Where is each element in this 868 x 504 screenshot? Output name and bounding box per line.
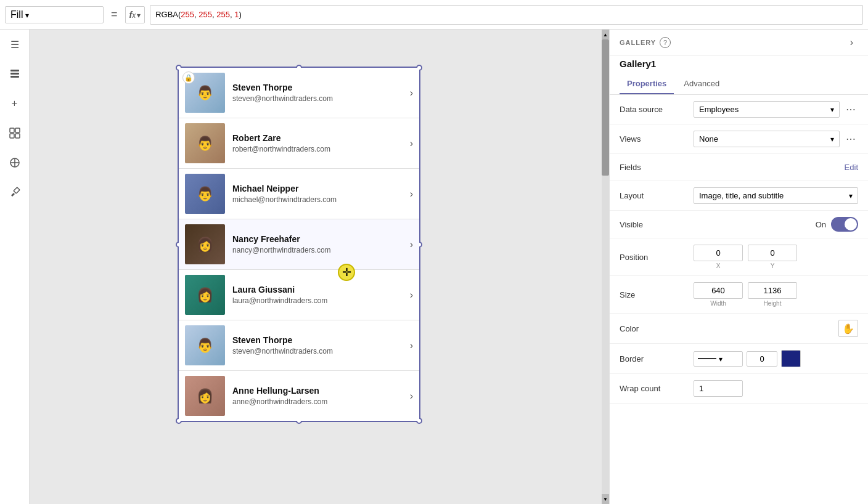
panel-forward-button[interactable]: ›	[850, 37, 853, 48]
item-email: anne@northwindtraders.com	[232, 397, 405, 406]
fields-edit-link[interactable]: Edit	[845, 163, 858, 172]
gallery-list: 🔒 👨 Steven Thorpe steven@northwindtrader…	[179, 68, 419, 421]
item-email: steven@northwindtraders.com	[232, 94, 405, 103]
sidebar-menu-icon[interactable]: ☰	[5, 35, 25, 54]
item-arrow-icon	[410, 87, 413, 99]
list-item[interactable]: 👩 Laura Giussani laura@northwindtraders.…	[179, 270, 419, 320]
sidebar-add-icon[interactable]: +	[5, 94, 25, 113]
fill-dropdown[interactable]: Fill	[5, 6, 104, 23]
item-name: Nancy Freehafer	[232, 234, 405, 244]
position-label: Position	[620, 253, 694, 262]
fill-label: Fill	[10, 9, 23, 20]
fields-row: Fields Edit	[610, 154, 868, 181]
panel-header: GALLERY ? ›	[610, 30, 868, 56]
svg-rect-0	[10, 70, 19, 71]
visible-toggle[interactable]	[831, 217, 858, 232]
border-width-input[interactable]	[747, 351, 777, 367]
border-line-icon	[698, 358, 716, 359]
visible-label: Visible	[620, 220, 694, 229]
scroll-track[interactable]	[602, 39, 609, 494]
scroll-up-button[interactable]: ▲	[602, 30, 609, 39]
canvas-area[interactable]: ✛ 🔒 👨 Steven Thorpe steve	[30, 30, 609, 504]
scroll-thumb[interactable]	[602, 39, 609, 176]
svg-rect-3	[10, 128, 14, 132]
fx-chevron-icon	[137, 9, 141, 20]
help-icon[interactable]: ?	[660, 37, 671, 48]
views-row: Views None ⋯	[610, 124, 868, 154]
item-name: Anne Hellung-Larsen	[232, 386, 405, 396]
wrap-count-input[interactable]	[694, 380, 743, 397]
position-y-input[interactable]	[748, 245, 797, 261]
item-name: Steven Thorpe	[232, 335, 405, 345]
views-more-button[interactable]: ⋯	[843, 132, 858, 146]
layout-chevron-icon	[849, 191, 853, 200]
list-item[interactable]: 👩 Nancy Freehafer nancy@northwindtraders…	[179, 219, 419, 270]
gallery-name-label: Gallery1	[610, 56, 868, 74]
visible-toggle-label: On	[816, 220, 826, 229]
data-source-dropdown[interactable]: Employees	[694, 101, 840, 118]
position-x-input[interactable]	[694, 245, 743, 261]
size-width-input[interactable]	[694, 282, 743, 299]
item-email: laura@northwindtraders.com	[232, 296, 405, 305]
layout-dropdown[interactable]: Image, title, and subtitle	[694, 187, 858, 204]
visible-value: On	[694, 217, 858, 232]
views-value: None ⋯	[694, 131, 858, 147]
tab-properties[interactable]: Properties	[620, 74, 674, 94]
item-arrow-icon	[410, 239, 413, 250]
fill-chevron-icon	[25, 9, 29, 20]
toggle-thumb	[845, 218, 857, 230]
panel-tabs: Properties Advanced	[610, 74, 868, 95]
sidebar-layers-icon[interactable]	[5, 64, 25, 84]
size-height-input[interactable]	[748, 282, 797, 299]
list-item[interactable]: 👨 Robert Zare robert@northwindtraders.co…	[179, 118, 419, 169]
item-name: Robert Zare	[232, 133, 405, 143]
formula-bar[interactable]: RGBA(255, 255, 255, 1)	[150, 5, 863, 25]
views-dropdown[interactable]: None	[694, 131, 840, 147]
item-arrow-icon	[410, 290, 413, 301]
sidebar-components-icon[interactable]	[5, 153, 25, 173]
wrap-count-value	[694, 380, 858, 397]
formula-g: 255	[199, 10, 212, 19]
list-item[interactable]: 👨 Steven Thorpe steven@northwindtraders.…	[179, 320, 419, 371]
data-source-more-button[interactable]: ⋯	[843, 102, 858, 116]
tab-advanced[interactable]: Advanced	[676, 74, 727, 94]
color-picker-icon: ✋	[842, 323, 854, 335]
color-swatch[interactable]: ✋	[838, 320, 858, 337]
layout-selected: Image, title, and subtitle	[699, 191, 849, 200]
item-arrow-icon	[410, 138, 413, 149]
item-name: Laura Giussani	[232, 285, 405, 295]
border-color-swatch[interactable]	[781, 350, 801, 367]
svg-rect-4	[15, 128, 20, 132]
sidebar-data-icon[interactable]	[5, 123, 25, 143]
wrap-count-row: Wrap count	[610, 374, 868, 404]
color-label: Color	[620, 324, 694, 333]
data-source-chevron-icon	[830, 105, 834, 114]
avatar: 👨	[185, 325, 225, 365]
panel-section-label: GALLERY	[620, 39, 656, 46]
color-row: Color ✋	[610, 314, 868, 344]
item-email: nancy@northwindtraders.com	[232, 246, 405, 254]
fields-label: Fields	[620, 163, 694, 172]
size-row: Size Width Height	[610, 276, 868, 314]
layout-row: Layout Image, title, and subtitle	[610, 181, 868, 211]
scroll-down-button[interactable]: ▼	[602, 494, 609, 504]
list-item[interactable]: 🔒 👨 Steven Thorpe steven@northwindtrader…	[179, 68, 419, 118]
layout-label: Layout	[620, 191, 694, 200]
canvas-scrollbar[interactable]: ▲ ▼	[602, 30, 609, 504]
fx-button[interactable]: fx	[125, 6, 145, 23]
svg-rect-6	[15, 134, 20, 138]
fx-label: fx	[129, 9, 136, 20]
item-name: Michael Neipper	[232, 184, 405, 193]
position-value: X Y	[694, 245, 858, 269]
list-item[interactable]: 👩 Anne Hellung-Larsen anne@northwindtrad…	[179, 371, 419, 421]
fields-value: Edit	[694, 163, 858, 172]
border-label: Border	[620, 354, 694, 364]
border-style-chevron-icon	[719, 354, 723, 364]
data-source-row: Data source Employees ⋯	[610, 95, 868, 124]
sidebar-tools-icon[interactable]	[5, 182, 25, 202]
main-area: ☰ + ✛	[0, 30, 868, 504]
list-item[interactable]: 👨 Michael Neipper michael@northwindtrade…	[179, 169, 419, 219]
border-style-dropdown[interactable]	[694, 351, 743, 367]
avatar: 👩	[185, 376, 225, 416]
svg-rect-2	[10, 76, 19, 78]
